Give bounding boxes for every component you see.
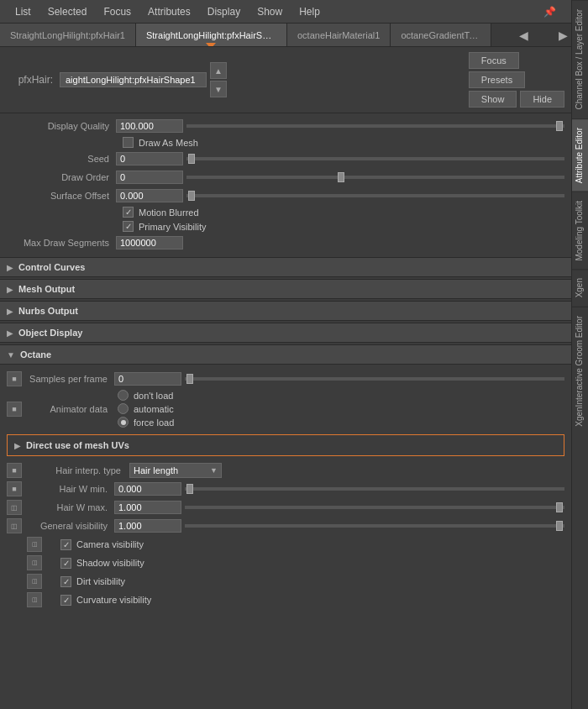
tab-0[interactable]: StraightLongHilight:pfxHair1	[0, 24, 136, 47]
menu-show[interactable]: Show	[249, 0, 291, 24]
pfx-input-wrap: ▲ ▼	[60, 62, 227, 97]
hair-w-max-slider[interactable]	[185, 506, 564, 509]
tab-3[interactable]: octaneGradientText	[391, 24, 491, 47]
sidebar-tab-modeling-toolkit[interactable]: Modeling Toolkit	[572, 192, 588, 270]
object-display-section[interactable]: ▶ Object Display	[0, 323, 571, 343]
radio-force-load[interactable]: force load	[118, 417, 174, 428]
hair-interp-value: Hair length	[134, 465, 178, 475]
radio-automatic-label: automatic	[134, 404, 174, 414]
curvature-visibility-checkbox[interactable]: ✓	[60, 595, 71, 606]
nurbs-output-section[interactable]: ▶ Nurbs Output	[0, 301, 571, 321]
display-quality-input[interactable]	[116, 119, 183, 133]
display-quality-slider[interactable]	[186, 124, 564, 128]
curvature-visibility-label: Curvature visibility	[76, 595, 151, 605]
hide-button[interactable]: Hide	[520, 91, 564, 108]
draw-order-input[interactable]	[116, 171, 183, 184]
dirt-visibility-checkbox[interactable]: ✓	[60, 576, 71, 587]
sidebar-tab-attribute-editor[interactable]: Attribute Editor	[572, 118, 588, 192]
tab-2[interactable]: octaneHairMaterial1	[287, 24, 391, 47]
shadow-vis-icon[interactable]: ◫	[27, 555, 42, 570]
focus-button[interactable]: Focus	[469, 52, 519, 69]
small-btn-down[interactable]: ▼	[210, 81, 227, 97]
animator-side-icon[interactable]: ■	[7, 402, 22, 417]
draw-as-mesh-row: Draw As Mesh	[0, 135, 571, 150]
camera-visibility-checkbox[interactable]: ✓	[60, 539, 71, 550]
hair-interp-side-icon[interactable]: ■	[7, 463, 22, 478]
dirt-visibility-row: ◫ ✓ Dirt visibility	[0, 572, 571, 591]
camera-vis-icon[interactable]: ◫	[27, 537, 42, 552]
draw-order-row: Draw Order	[0, 168, 571, 186]
menu-list[interactable]: List	[7, 0, 39, 24]
octane-section[interactable]: ▼ Octane	[0, 344, 571, 365]
menu-selected[interactable]: Selected	[39, 0, 96, 24]
surface-offset-slider[interactable]	[186, 194, 564, 197]
max-draw-segments-input[interactable]	[116, 236, 183, 249]
radio-automatic[interactable]: automatic	[118, 403, 174, 414]
samples-per-frame-row: ■ Samples per frame	[0, 370, 571, 388]
radio-force-load-dot[interactable]	[118, 417, 129, 428]
menu-display[interactable]: Display	[199, 0, 249, 24]
general-visibility-row: ◫ General visibility	[0, 517, 571, 535]
mesh-output-section[interactable]: ▶ Mesh Output	[0, 279, 571, 299]
camera-visibility-label: Camera visibility	[76, 539, 144, 549]
shadow-visibility-checkbox[interactable]: ✓	[60, 558, 71, 569]
dirt-vis-icon[interactable]: ◫	[27, 574, 42, 589]
primary-visibility-checkbox[interactable]: ✓	[123, 221, 134, 232]
seed-input[interactable]	[116, 152, 183, 165]
hair-w-min-icon[interactable]: ■	[7, 481, 22, 496]
curvature-vis-icon[interactable]: ◫	[27, 592, 42, 607]
display-quality-label: Display Quality	[7, 121, 116, 131]
radio-dont-load-dot[interactable]	[118, 390, 129, 401]
direct-mesh-uvs-section[interactable]: ▶ Direct use of mesh UVs	[7, 434, 564, 456]
surface-offset-label: Surface Offset	[7, 191, 116, 201]
surface-offset-input[interactable]	[116, 189, 183, 202]
seed-row: Seed	[0, 150, 571, 168]
object-display-arrow: ▶	[7, 328, 13, 338]
samples-per-frame-slider[interactable]	[185, 377, 564, 381]
draw-as-mesh-checkbox[interactable]	[123, 137, 134, 148]
hair-w-max-icon[interactable]: ◫	[7, 500, 22, 515]
hair-w-max-label: Hair W max.	[22, 502, 114, 512]
draw-order-slider[interactable]	[186, 176, 564, 179]
pfx-input[interactable]	[60, 72, 207, 87]
general-visibility-slider[interactable]	[185, 524, 564, 528]
hair-interp-select[interactable]: Hair length ▼	[129, 463, 222, 478]
dirt-visibility-label: Dirt visibility	[76, 576, 125, 586]
tab-1[interactable]: StraightLongHilight:pfxHairShape1	[136, 24, 287, 47]
primary-visibility-label: Primary Visibility	[139, 222, 206, 232]
draw-order-label: Draw Order	[7, 172, 116, 182]
hair-w-max-input[interactable]	[114, 501, 181, 514]
radio-automatic-dot[interactable]	[118, 403, 129, 414]
hair-w-max-row: ◫ Hair W max.	[0, 498, 571, 517]
presets-button[interactable]: Presets	[469, 71, 525, 88]
sidebar-tab-xgen[interactable]: Xgen	[572, 269, 588, 306]
samples-side-icon[interactable]: ■	[7, 371, 22, 386]
shadow-visibility-label: Shadow visibility	[76, 558, 144, 568]
menu-focus[interactable]: Focus	[95, 0, 139, 24]
samples-per-frame-input[interactable]	[114, 372, 181, 386]
hair-w-min-slider[interactable]	[185, 487, 564, 491]
small-btn-up[interactable]: ▲	[210, 62, 227, 79]
tab-nav-next[interactable]: ▶	[555, 29, 571, 42]
menu-help[interactable]: Help	[291, 0, 328, 24]
max-draw-segments-label: Max Draw Segments	[7, 238, 116, 248]
hair-interp-row: ■ Hair interp. type Hair length ▼	[0, 461, 571, 480]
hair-w-min-input[interactable]	[114, 482, 181, 496]
direct-mesh-uvs-arrow: ▶	[14, 441, 21, 450]
sidebar-tab-xgen-interactive[interactable]: XgenInteractive Groom Editor	[572, 307, 588, 435]
motion-blurred-checkbox[interactable]: ✓	[123, 207, 134, 218]
radio-dont-load[interactable]: don't load	[118, 390, 174, 401]
general-vis-icon[interactable]: ◫	[7, 518, 22, 533]
control-curves-section[interactable]: ▶ Control Curves	[0, 257, 571, 277]
sidebar-tab-channel-box[interactable]: Channel Box / Layer Editor	[572, 0, 588, 118]
pin-icon[interactable]: 📌	[535, 0, 564, 24]
seed-slider[interactable]	[186, 157, 564, 160]
show-button[interactable]: Show	[469, 91, 517, 108]
tab-nav-prev[interactable]: ◀	[516, 29, 532, 42]
control-curves-arrow: ▶	[7, 263, 13, 272]
mesh-output-arrow: ▶	[7, 285, 13, 294]
dropdown-arrow: ▼	[210, 466, 218, 475]
camera-visibility-row: ◫ ✓ Camera visibility	[0, 535, 571, 554]
menu-attributes[interactable]: Attributes	[139, 0, 199, 24]
general-visibility-input[interactable]	[114, 519, 181, 533]
